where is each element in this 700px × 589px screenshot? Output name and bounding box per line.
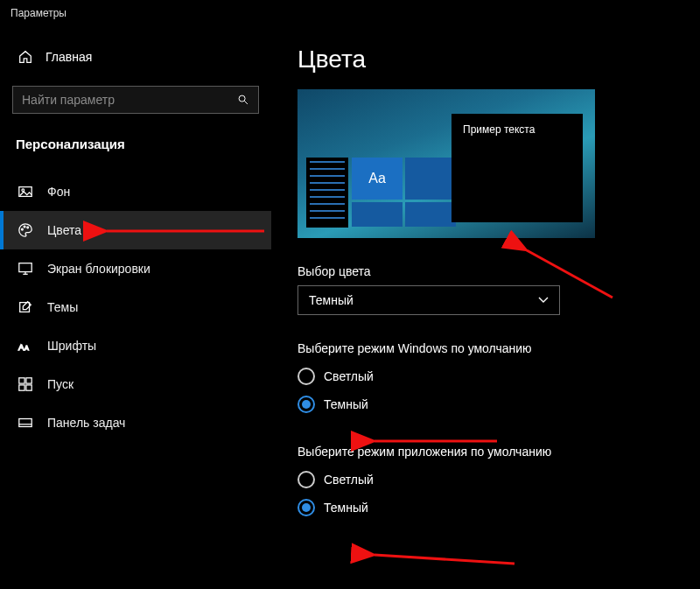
app-mode-option[interactable]: Светлый xyxy=(298,466,691,494)
svg-line-1 xyxy=(244,101,248,104)
chevron-down-icon xyxy=(538,295,549,305)
svg-text:A: A xyxy=(18,342,24,352)
search-input[interactable] xyxy=(22,93,237,107)
svg-point-0 xyxy=(239,95,245,102)
svg-point-6 xyxy=(27,227,29,228)
radio-icon xyxy=(298,471,315,488)
start-icon xyxy=(18,376,33,392)
radio-icon xyxy=(298,499,315,516)
sidebar: Главная Персонализация ФонЦветаЭкран бло… xyxy=(0,26,271,589)
svg-point-3 xyxy=(22,189,24,192)
windows-mode-group: СветлыйТемный xyxy=(298,362,691,418)
font-icon: AA xyxy=(18,338,33,354)
app-mode-option-label: Светлый xyxy=(324,473,374,487)
app-mode-option-label: Темный xyxy=(324,501,368,515)
svg-text:A: A xyxy=(24,344,29,352)
windows-mode-option-label: Светлый xyxy=(324,369,374,383)
sidebar-item-label: Шрифты xyxy=(47,339,96,353)
home-icon xyxy=(18,49,33,65)
sidebar-item[interactable]: Темы xyxy=(0,288,271,326)
app-mode-label: Выберите режим приложения по умолчанию xyxy=(298,445,691,459)
windows-mode-label: Выберите режим Windows по умолчанию xyxy=(298,341,691,355)
sidebar-item[interactable]: AAШрифты xyxy=(0,326,271,365)
svg-point-5 xyxy=(24,226,25,228)
sidebar-item[interactable]: Пуск xyxy=(0,365,271,403)
sidebar-item-label: Фон xyxy=(47,185,70,199)
svg-rect-16 xyxy=(26,385,32,390)
monitor-icon xyxy=(18,261,33,277)
sidebar-item-label: Пуск xyxy=(47,377,74,391)
color-mode-value: Темный xyxy=(309,293,354,307)
sidebar-item[interactable]: Цвета xyxy=(0,211,271,249)
preview-sample-window: Пример текста xyxy=(452,114,583,222)
sidebar-item-label: Цвета xyxy=(47,223,81,237)
preview-tile-aa: Aa xyxy=(352,158,402,200)
color-mode-dropdown[interactable]: Темный xyxy=(298,285,560,315)
pencil-icon xyxy=(18,299,33,315)
radio-icon xyxy=(298,396,315,413)
svg-point-4 xyxy=(22,228,24,230)
app-mode-group: СветлыйТемный xyxy=(298,466,691,522)
sidebar-item-label: Экран блокировки xyxy=(47,262,150,276)
preview-tile xyxy=(352,202,402,227)
search-input-container[interactable] xyxy=(12,86,259,114)
image-icon xyxy=(18,184,33,200)
radio-icon xyxy=(298,368,315,385)
preview-tile xyxy=(405,202,456,227)
sidebar-item[interactable]: Экран блокировки xyxy=(0,249,271,288)
sidebar-item[interactable]: Фон xyxy=(0,172,271,211)
svg-rect-14 xyxy=(26,378,32,383)
palette-icon xyxy=(18,222,33,238)
home-link[interactable]: Главная xyxy=(0,44,271,70)
page-heading: Цвета xyxy=(298,46,691,74)
preview-tile xyxy=(405,158,456,200)
sidebar-item-label: Панель задач xyxy=(47,416,125,430)
preview-taskbar xyxy=(306,158,348,228)
svg-rect-7 xyxy=(19,263,32,272)
theme-preview: Aa Пример текста xyxy=(298,89,595,238)
preview-sample-text: Пример текста xyxy=(463,123,535,136)
app-mode-option[interactable]: Темный xyxy=(298,494,691,522)
svg-rect-13 xyxy=(19,378,24,383)
main-pane: Цвета Aa Пример текста Выбор цвета Темны… xyxy=(271,26,700,589)
sidebar-item[interactable]: Панель задач xyxy=(0,403,271,442)
windows-mode-option-label: Темный xyxy=(324,397,368,411)
home-label: Главная xyxy=(46,50,92,64)
svg-rect-15 xyxy=(19,385,24,390)
nav-list: ФонЦветаЭкран блокировкиТемыAAШрифтыПуск… xyxy=(0,172,271,442)
windows-mode-option[interactable]: Темный xyxy=(298,390,691,418)
search-icon xyxy=(237,94,249,106)
color-mode-label: Выбор цвета xyxy=(298,264,691,278)
sidebar-item-label: Темы xyxy=(47,300,78,314)
window-title: Параметры xyxy=(0,0,700,26)
taskbar-icon xyxy=(18,415,33,431)
category-title: Персонализация xyxy=(0,133,271,172)
svg-rect-17 xyxy=(19,419,32,427)
preview-tiles: Aa xyxy=(352,158,457,228)
windows-mode-option[interactable]: Светлый xyxy=(298,362,691,390)
